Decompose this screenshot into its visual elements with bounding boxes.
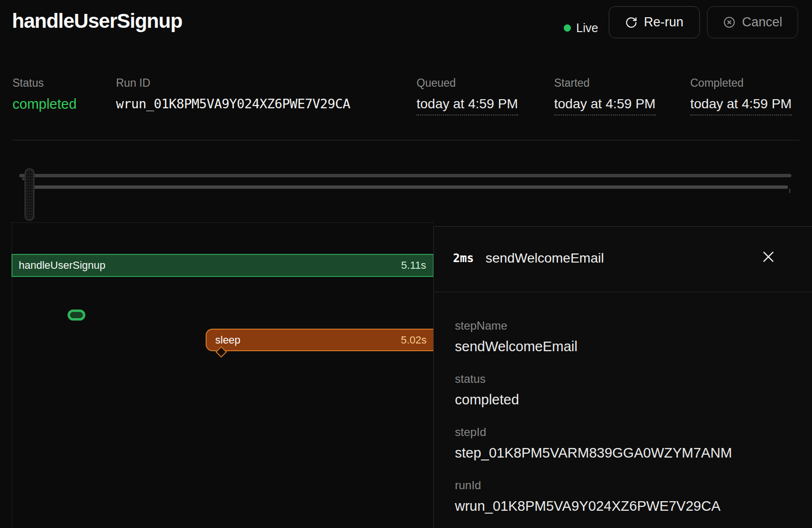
close-icon — [761, 249, 776, 266]
span-sleep[interactable]: sleep 5.02s — [206, 329, 434, 351]
field-runid: runId wrun_01K8PM5VA9Y024XZ6PWE7V29CA — [455, 477, 798, 517]
meta-run-id: Run ID wrun_01K8PM5VA9Y024XZ6PWE7V29CA — [116, 76, 350, 112]
field-label: runId — [455, 477, 798, 494]
meta-run-id-label: Run ID — [116, 76, 350, 90]
meta-started: Started today at 4:59 PM — [554, 76, 656, 115]
panel-body: stepName sendWelcomeEmail status complet… — [455, 318, 798, 528]
run-id-value: wrun_01K8PM5VA9Y024XZ6PWE7V29CA — [116, 96, 350, 112]
minimap-root-span-bar — [19, 174, 791, 177]
refresh-icon — [625, 16, 638, 29]
timeline-top-border — [12, 222, 434, 223]
step-detail-panel: 2ms sendWelcomeEmail stepName sendWelcom… — [433, 226, 812, 528]
meta-status-label: Status — [12, 76, 77, 90]
cancel-button[interactable]: Cancel — [707, 6, 798, 38]
panel-step-duration: 2ms — [453, 252, 474, 265]
field-value: completed — [455, 389, 798, 410]
panel-step-title: sendWelcomeEmail — [486, 251, 604, 266]
live-indicator: Live — [564, 21, 598, 35]
field-label: stepId — [455, 424, 798, 440]
field-value: sendWelcomeEmail — [455, 336, 798, 357]
rerun-button-label: Re-run — [644, 15, 684, 30]
span-label: handleUserSignup — [19, 259, 105, 272]
queued-time-value: today at 4:59 PM — [417, 96, 518, 115]
page: { "header": { "title": "handleUserSignup… — [0, 0, 812, 528]
field-value: step_01K8PM5VARM839GGA0WZYM7ANM — [455, 442, 798, 463]
step-sendwelcomeemail-pill[interactable] — [68, 310, 85, 321]
meta-status: Status completed — [12, 76, 77, 112]
timeline-brush-handle[interactable] — [24, 168, 35, 221]
status-badge: completed — [12, 96, 77, 112]
live-dot-icon — [564, 24, 571, 32]
meta-completed-label: Completed — [690, 76, 792, 90]
panel-header: 2ms sendWelcomeEmail — [434, 227, 812, 292]
span-handleusersignup[interactable]: handleUserSignup 5.11s — [12, 254, 434, 277]
section-divider — [12, 140, 800, 140]
started-time-value: today at 4:59 PM — [554, 96, 656, 115]
field-stepname: stepName sendWelcomeEmail — [455, 318, 798, 357]
span-duration: 5.02s — [401, 334, 427, 346]
field-value: wrun_01K8PM5VA9Y024XZ6PWE7V29CA — [455, 495, 798, 517]
span-duration: 5.11s — [401, 259, 426, 272]
meta-queued-label: Queued — [417, 76, 518, 90]
meta-completed: Completed today at 4:59 PM — [690, 76, 792, 115]
cancel-circle-x-icon — [723, 16, 736, 29]
span-label: sleep — [215, 334, 241, 346]
field-label: stepName — [455, 318, 798, 334]
rerun-button[interactable]: Re-run — [609, 6, 700, 38]
panel-close-button[interactable] — [755, 244, 782, 271]
field-label: status — [455, 371, 798, 387]
field-stepid: stepId step_01K8PM5VARM839GGA0WZYM7ANM — [455, 424, 798, 463]
field-status: status completed — [455, 371, 798, 410]
cancel-button-label: Cancel — [742, 15, 782, 30]
minimap-sleep-span-bar — [29, 185, 788, 189]
meta-started-label: Started — [554, 76, 656, 90]
minimap-right-tick — [789, 189, 790, 193]
live-label: Live — [576, 21, 598, 35]
meta-queued: Queued today at 4:59 PM — [417, 76, 518, 115]
completed-time-value: today at 4:59 PM — [690, 96, 792, 115]
page-title: handleUserSignup — [12, 10, 182, 33]
